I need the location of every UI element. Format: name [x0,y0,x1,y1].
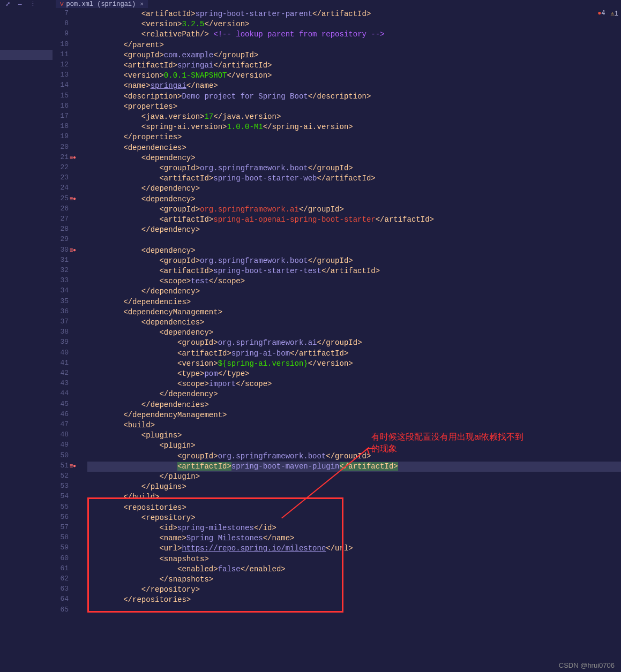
code-line[interactable]: <artifactId>spring-boot-starter-test</ar… [87,266,380,276]
maven-file-icon: V [60,1,64,7]
line-number: 37 [53,318,69,326]
line-number: 46 [53,410,69,418]
close-icon[interactable]: × [140,1,144,7]
gutter-dependency-icon[interactable]: ≣● [70,463,76,469]
code-line[interactable]: </dependencies> [87,297,191,307]
sidebar-item[interactable] [0,50,53,60]
code-line[interactable]: <dependency> [87,246,196,256]
resize-icon[interactable]: ⤢ [5,1,10,7]
code-line[interactable]: <spring-ai.version>1.0.0-M1</spring-ai.v… [87,122,353,132]
code-line[interactable]: <dependency> [87,153,196,163]
code-line[interactable]: <groupId>org.springframework.ai</groupId… [87,205,344,215]
code-line[interactable]: <dependency> [87,328,213,338]
code-line[interactable]: <properties> [87,102,177,112]
code-line[interactable]: <java.version>17</java.version> [87,112,281,122]
code-line[interactable]: <artifactId>springai</artifactId> [87,61,272,71]
code-line[interactable]: <plugin> [87,441,196,451]
code-line[interactable]: <url>https://repo.spring.io/milestone</u… [87,543,353,554]
project-sidebar[interactable] [0,8,53,672]
gutter-dependency-icon[interactable]: ≣● [70,195,76,202]
code-line[interactable]: <artifactId>spring-boot-maven-plugin</ar… [87,462,621,472]
line-number: 62 [53,575,69,583]
line-number: 15 [53,92,69,100]
code-line[interactable]: </repositories> [87,595,191,605]
line-number: 52 [53,472,69,480]
code-line[interactable]: <version>3.2.5</version> [87,19,250,29]
code-line[interactable]: <version>0.0.1-SNAPSHOT</version> [87,71,272,81]
line-number: 63 [53,585,69,593]
line-number: 55 [53,503,69,511]
line-number: 19 [53,132,69,140]
code-line[interactable]: </plugins> [87,482,186,492]
line-number: 10 [53,40,69,48]
code-line[interactable]: </repository> [87,585,200,595]
code-line[interactable]: </properties> [87,132,182,142]
line-number: 48 [53,431,69,439]
line-number: 41 [53,359,69,367]
code-line[interactable]: </parent> [87,40,164,50]
gutter-dependency-icon[interactable]: ≣● [70,154,76,161]
warning-icon: ⚠ [611,10,615,18]
code-line[interactable]: <scope>import</scope> [87,379,272,389]
status-indicators[interactable]: ●4 ⚠1 [597,10,618,18]
code-line[interactable]: <dependencies> [87,318,204,328]
line-number: 51 [53,462,69,470]
code-line[interactable]: </build> [87,492,159,502]
line-number: 9 [53,29,69,37]
warning-count: 1 [615,10,618,18]
more-icon[interactable]: ⋮ [30,1,36,7]
code-line[interactable]: <version>${spring-ai.version}</version> [87,359,353,369]
code-line[interactable]: <build> [87,420,155,431]
line-number: 58 [53,533,69,541]
code-line[interactable]: <artifactId>spring-boot-starter-parent</… [87,9,371,19]
watermark: CSDN @hrui0706 [559,661,615,669]
line-gutter[interactable]: 789101112131415161718192021≣●22232425≣●2… [53,8,87,672]
code-line[interactable]: </dependency> [87,389,218,399]
editor-tab[interactable]: V pom.xml (springai) × [56,0,148,8]
code-line[interactable]: <plugins> [87,431,182,441]
code-line[interactable]: </dependency> [87,184,200,194]
code-line[interactable]: <repositories> [87,503,186,513]
line-number: 57 [53,523,69,531]
code-line[interactable]: <id>spring-milestones</id> [87,523,276,533]
code-line[interactable]: <artifactId>spring-ai-bom</artifactId> [87,349,348,359]
code-line[interactable]: <dependencies> [87,143,186,153]
code-line[interactable]: <scope>test</scope> [87,276,245,286]
code-line[interactable]: <dependency> [87,194,196,205]
code-line[interactable]: </snapshots> [87,575,213,585]
code-line[interactable]: <groupId>org.springframework.ai</groupId… [87,338,362,348]
code-line[interactable]: <description>Demo project for Spring Boo… [87,92,371,102]
line-number: 44 [53,389,69,397]
code-line[interactable]: </dependency> [87,286,200,297]
line-number: 59 [53,543,69,552]
code-line[interactable]: <enabled>false</enabled> [87,564,286,575]
code-line[interactable]: <type>pom</type> [87,369,250,379]
code-line[interactable]: <name>Spring Milestones</name> [87,533,295,543]
code-line[interactable]: <artifactId>spring-ai-openai-spring-boot… [87,215,434,225]
code-line[interactable]: <groupId>org.springframework.boot</group… [87,163,353,173]
code-line[interactable]: </dependencyManagement> [87,410,227,420]
line-number: 38 [53,328,69,336]
gutter-dependency-icon[interactable]: ≣● [70,247,76,253]
line-number: 14 [53,81,69,89]
minimize-icon[interactable]: — [18,1,22,7]
code-line[interactable]: <groupId>org.springframework.boot</group… [87,256,353,266]
code-line[interactable]: <repository> [87,513,196,523]
line-number: 20 [53,143,69,151]
line-number: 39 [53,338,69,346]
line-number: 30 [53,246,69,254]
code-line[interactable]: <dependencyManagement> [87,307,222,318]
code-line[interactable]: <name>springai</name> [87,81,218,91]
code-editor[interactable]: <artifactId>spring-boot-starter-parent</… [87,8,621,672]
code-line[interactable]: </plugin> [87,472,200,482]
code-line[interactable]: <snapshots> [87,554,209,564]
code-line[interactable]: <artifactId>spring-boot-starter-web</art… [87,173,376,184]
code-line[interactable]: </dependencies> [87,400,209,410]
annotation-text: 有时候这段配置没有用出现ai依赖找不到 的现象 [371,431,523,455]
line-number: 11 [53,50,69,58]
code-line[interactable]: </dependency> [87,225,200,235]
code-line[interactable]: <groupId>org.springframework.boot</group… [87,451,371,462]
code-line[interactable]: <groupId>com.example</groupId> [87,50,258,61]
line-number: 16 [53,102,69,110]
code-line[interactable]: <relativePath/> <!-- lookup parent from … [87,29,385,40]
